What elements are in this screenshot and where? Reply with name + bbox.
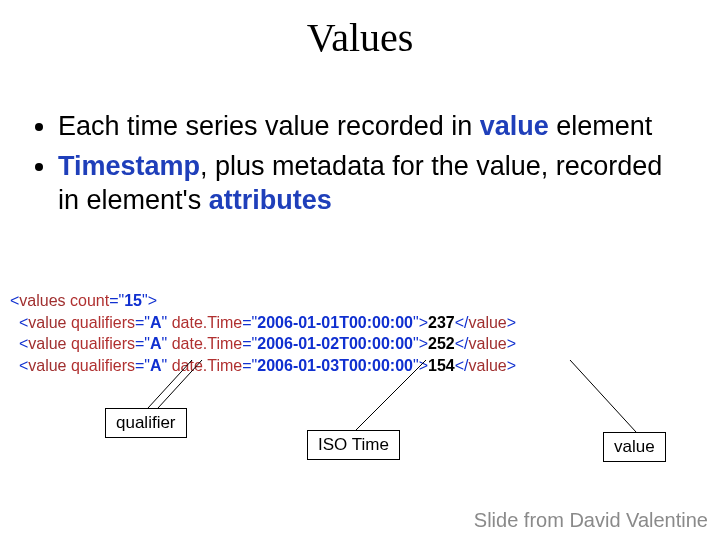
bullet-1-text-a: Each time series value recorded in	[58, 111, 480, 141]
bullet-2-keyword-a: Timestamp	[58, 151, 200, 181]
xml-snippet: <values count="15"> <value qualifiers="A…	[10, 290, 710, 376]
slide-title: Values	[0, 14, 720, 61]
bullet-2: Timestamp, plus metadata for the value, …	[58, 150, 690, 218]
bullet-2-keyword-b: attributes	[209, 185, 332, 215]
slide: Values Each time series value recorded i…	[0, 0, 720, 540]
bullet-list: Each time series value recorded in value…	[30, 110, 690, 223]
slide-credit: Slide from David Valentine	[474, 509, 708, 532]
label-qualifier: qualifier	[105, 408, 187, 438]
label-iso-time: ISO Time	[307, 430, 400, 460]
label-value: value	[603, 432, 666, 462]
bullet-1-text-b: element	[549, 111, 653, 141]
bullet-1: Each time series value recorded in value…	[58, 110, 690, 144]
bullet-1-keyword: value	[480, 111, 549, 141]
